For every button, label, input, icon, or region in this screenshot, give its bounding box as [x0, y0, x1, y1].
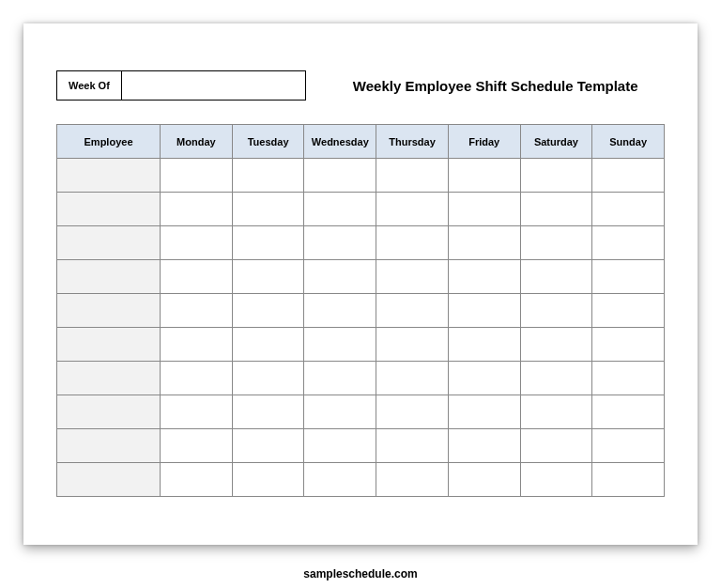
- shift-cell[interactable]: [376, 226, 449, 260]
- shift-cell[interactable]: [304, 294, 376, 328]
- shift-cell[interactable]: [592, 294, 665, 328]
- shift-cell[interactable]: [448, 463, 520, 497]
- col-header-friday: Friday: [448, 125, 520, 159]
- shift-cell[interactable]: [304, 362, 376, 395]
- shift-cell[interactable]: [448, 193, 520, 226]
- col-header-tuesday: Tuesday: [232, 125, 304, 159]
- table-row: [57, 294, 665, 328]
- shift-cell[interactable]: [592, 193, 665, 226]
- shift-cell[interactable]: [304, 463, 376, 497]
- shift-cell[interactable]: [161, 328, 233, 362]
- employee-cell[interactable]: [57, 328, 161, 362]
- shift-cell[interactable]: [376, 294, 449, 328]
- shift-cell[interactable]: [304, 159, 376, 193]
- shift-cell[interactable]: [232, 429, 304, 463]
- shift-cell[interactable]: [592, 328, 665, 362]
- shift-cell[interactable]: [448, 159, 520, 193]
- shift-cell[interactable]: [376, 463, 449, 497]
- shift-cell[interactable]: [161, 362, 233, 395]
- employee-cell[interactable]: [57, 226, 161, 260]
- shift-cell[interactable]: [448, 328, 520, 362]
- shift-cell[interactable]: [520, 328, 592, 362]
- col-header-employee: Employee: [57, 125, 161, 159]
- shift-cell[interactable]: [376, 429, 449, 463]
- shift-cell[interactable]: [232, 159, 304, 193]
- shift-cell[interactable]: [448, 429, 520, 463]
- shift-cell[interactable]: [592, 395, 665, 429]
- shift-cell[interactable]: [304, 193, 376, 226]
- shift-cell[interactable]: [304, 226, 376, 260]
- employee-cell[interactable]: [57, 260, 161, 294]
- shift-cell[interactable]: [232, 193, 304, 226]
- shift-cell[interactable]: [592, 226, 665, 260]
- schedule-table: Employee Monday Tuesday Wednesday Thursd…: [56, 124, 665, 497]
- shift-cell[interactable]: [592, 260, 665, 294]
- shift-cell[interactable]: [232, 260, 304, 294]
- shift-cell[interactable]: [232, 294, 304, 328]
- header-row: Week Of Weekly Employee Shift Schedule T…: [56, 70, 665, 101]
- shift-cell[interactable]: [161, 294, 233, 328]
- shift-cell[interactable]: [376, 159, 449, 193]
- week-of-box: Week Of: [56, 70, 306, 101]
- shift-cell[interactable]: [448, 395, 520, 429]
- col-header-monday: Monday: [161, 125, 233, 159]
- shift-cell[interactable]: [376, 362, 449, 395]
- shift-cell[interactable]: [592, 159, 665, 193]
- shift-cell[interactable]: [376, 328, 449, 362]
- shift-cell[interactable]: [592, 463, 665, 497]
- table-row: [57, 362, 665, 395]
- shift-cell[interactable]: [304, 260, 376, 294]
- page-title: Weekly Employee Shift Schedule Template: [334, 78, 665, 94]
- shift-cell[interactable]: [520, 395, 592, 429]
- shift-cell[interactable]: [448, 362, 520, 395]
- employee-cell[interactable]: [57, 294, 161, 328]
- shift-cell[interactable]: [304, 395, 376, 429]
- shift-cell[interactable]: [161, 463, 233, 497]
- table-row: [57, 226, 665, 260]
- shift-cell[interactable]: [520, 260, 592, 294]
- shift-cell[interactable]: [161, 193, 233, 226]
- shift-cell[interactable]: [161, 429, 233, 463]
- shift-cell[interactable]: [161, 226, 233, 260]
- col-header-sunday: Sunday: [592, 125, 665, 159]
- shift-cell[interactable]: [376, 395, 449, 429]
- shift-cell[interactable]: [232, 362, 304, 395]
- shift-cell[interactable]: [520, 362, 592, 395]
- shift-cell[interactable]: [520, 463, 592, 497]
- week-of-label: Week Of: [57, 71, 122, 100]
- table-row: [57, 260, 665, 294]
- table-row: [57, 463, 665, 497]
- shift-cell[interactable]: [161, 260, 233, 294]
- shift-cell[interactable]: [448, 294, 520, 328]
- shift-cell[interactable]: [232, 328, 304, 362]
- table-row: [57, 159, 665, 193]
- shift-cell[interactable]: [304, 328, 376, 362]
- shift-cell[interactable]: [232, 226, 304, 260]
- shift-cell[interactable]: [304, 429, 376, 463]
- shift-cell[interactable]: [448, 260, 520, 294]
- table-row: [57, 193, 665, 226]
- shift-cell[interactable]: [376, 260, 449, 294]
- employee-cell[interactable]: [57, 395, 161, 429]
- week-of-input[interactable]: [122, 71, 305, 100]
- shift-cell[interactable]: [520, 159, 592, 193]
- shift-cell[interactable]: [448, 226, 520, 260]
- shift-cell[interactable]: [161, 395, 233, 429]
- employee-cell[interactable]: [57, 159, 161, 193]
- employee-cell[interactable]: [57, 193, 161, 226]
- employee-cell[interactable]: [57, 362, 161, 395]
- employee-cell[interactable]: [57, 429, 161, 463]
- shift-cell[interactable]: [520, 429, 592, 463]
- table-row: [57, 395, 665, 429]
- shift-cell[interactable]: [520, 193, 592, 226]
- shift-cell[interactable]: [592, 429, 665, 463]
- shift-cell[interactable]: [232, 463, 304, 497]
- shift-cell[interactable]: [232, 395, 304, 429]
- shift-cell[interactable]: [161, 159, 233, 193]
- table-row: [57, 429, 665, 463]
- employee-cell[interactable]: [57, 463, 161, 497]
- shift-cell[interactable]: [520, 294, 592, 328]
- shift-cell[interactable]: [592, 362, 665, 395]
- shift-cell[interactable]: [520, 226, 592, 260]
- shift-cell[interactable]: [376, 193, 449, 226]
